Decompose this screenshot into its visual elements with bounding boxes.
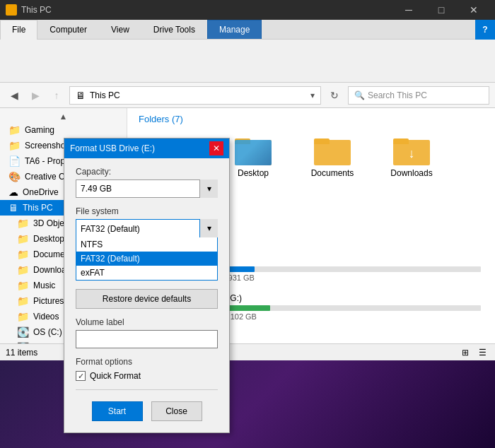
documents-icon: 📁: [17, 249, 29, 260]
ribbon-content: [0, 40, 495, 82]
folder-label: Downloads: [390, 168, 432, 178]
videos-icon: 📁: [17, 311, 29, 322]
this-pc-icon: 🖥: [8, 202, 18, 213]
folder-desktop-icon: [235, 136, 272, 165]
close-dialog-button[interactable]: Close: [151, 401, 202, 421]
folder-icon: [6, 4, 17, 16]
downloads-icon: 📁: [17, 264, 29, 276]
up-button[interactable]: ↑: [48, 87, 65, 104]
onedrive-icon: ☁: [8, 187, 18, 198]
volume-label-input[interactable]: [76, 330, 218, 348]
view-buttons: ⊞ ☰: [458, 346, 489, 360]
tab-computer[interactable]: Computer: [37, 20, 99, 39]
music-icon: 📁: [17, 280, 29, 291]
address-bar: ◀ ▶ ↑ 🖥 This PC ▾ ↻ 🔍 Search This PC: [0, 83, 495, 108]
close-window-button[interactable]: ✕: [458, 0, 489, 20]
option-fat32[interactable]: FAT32 (Default): [76, 252, 217, 266]
refresh-button[interactable]: ↻: [325, 86, 344, 105]
sidebar-item-label: This PC: [23, 203, 53, 213]
item-count: 11 items: [6, 348, 37, 358]
sidebar-item-label: Gaming: [25, 125, 54, 135]
filesystem-value: FAT32 (Default): [81, 224, 140, 234]
format-options-section: Format options Quick Format: [76, 357, 218, 381]
pictures-icon: 📁: [17, 295, 29, 307]
dialog-close-button[interactable]: ✕: [209, 141, 223, 155]
gaming-icon: 📁: [8, 124, 21, 136]
dialog-body: Capacity: 7.49 GB ▾ File system FAT32 (D…: [64, 158, 229, 432]
dialog-divider: [76, 389, 218, 390]
3d-icon: 📁: [17, 218, 29, 229]
option-ntfs[interactable]: NTFS: [76, 237, 217, 252]
forward-button[interactable]: ▶: [27, 87, 44, 104]
list-view-button[interactable]: ☰: [475, 346, 489, 360]
sidebar-item-gaming[interactable]: 📁 Gaming: [0, 122, 127, 138]
search-placeholder: Search This PC: [368, 90, 427, 100]
tab-drive-tools[interactable]: Drive Tools: [141, 20, 207, 39]
folder-documents[interactable]: Documents: [297, 133, 368, 181]
minimize-button[interactable]: ─: [393, 0, 424, 20]
dialog-title: Format USB Drive (E:): [70, 143, 155, 153]
address-path: This PC: [90, 90, 120, 100]
help-button[interactable]: ?: [475, 20, 495, 40]
quick-format-row: Quick Format: [76, 371, 218, 381]
filesystem-dropdown: NTFS FAT32 (Default) exFAT: [76, 237, 218, 281]
title-bar: This PC ─ □ ✕: [0, 0, 495, 20]
folder-label: Desktop: [238, 168, 269, 178]
title-bar-text: This PC: [21, 5, 52, 15]
sidebar-item-label: OneDrive: [23, 187, 59, 197]
filesystem-wrapper: FAT32 (Default) ▾: [76, 219, 218, 237]
search-icon: 🔍: [354, 90, 365, 100]
filesystem-display[interactable]: FAT32 (Default): [76, 219, 218, 237]
address-pc-icon: 🖥: [76, 90, 86, 101]
address-chevron: ▾: [310, 90, 315, 100]
back-button[interactable]: ◀: [6, 87, 23, 104]
creative-cloud-icon: 🎨: [8, 171, 21, 182]
capacity-wrapper: 7.49 GB ▾: [76, 179, 218, 198]
quick-format-label: Quick Format: [90, 371, 141, 381]
screenshots-icon: 📁: [8, 140, 21, 151]
restore-defaults-button[interactable]: Restore device defaults: [76, 289, 218, 309]
grid-view-button[interactable]: ⊞: [458, 346, 472, 360]
format-options-title: Format options: [76, 357, 218, 367]
maximize-button[interactable]: □: [426, 0, 457, 20]
folder-downloads-icon: ↓: [393, 136, 430, 165]
title-bar-buttons: ─ □ ✕: [393, 0, 489, 20]
format-dialog: Format USB Drive (E:) ✕ Capacity: 7.49 G…: [64, 138, 230, 433]
start-button[interactable]: Start: [92, 401, 143, 421]
folder-downloads[interactable]: ↓ Downloads: [376, 133, 447, 181]
tab-view[interactable]: View: [99, 20, 141, 39]
sidebar-item-label: Videos: [33, 312, 59, 322]
sidebar-scroll-up[interactable]: ▲: [0, 111, 127, 122]
dialog-title-bar: Format USB Drive (E:) ✕: [64, 138, 229, 158]
search-field[interactable]: 🔍 Search This PC: [348, 86, 489, 105]
os-c-icon: 💽: [17, 326, 29, 338]
capacity-label: Capacity:: [76, 167, 218, 177]
folders-header: Folders (7): [139, 114, 484, 124]
address-field[interactable]: 🖥 This PC ▾: [69, 86, 321, 105]
tab-manage[interactable]: Manage: [207, 20, 262, 39]
sidebar-item-label: OS (C:): [33, 327, 62, 337]
ta6-icon: 📄: [8, 155, 21, 167]
folder-label: Documents: [311, 168, 354, 178]
folder-documents-icon: [314, 136, 351, 165]
sidebar-item-label: Pictures: [33, 296, 64, 306]
ribbon-tabs: File Computer View Drive Tools Manage ?: [0, 20, 495, 40]
sidebar-item-label: Music: [33, 281, 55, 290]
quick-format-checkbox[interactable]: [76, 371, 86, 381]
desktop-icon: 📁: [17, 233, 29, 244]
option-exfat[interactable]: exFAT: [76, 266, 217, 280]
dialog-buttons: Start Close: [76, 396, 218, 424]
ribbon: File Computer View Drive Tools Manage ?: [0, 20, 495, 83]
sidebar-item-label: Desktop: [33, 234, 64, 244]
capacity-select[interactable]: 7.49 GB: [76, 179, 218, 198]
filesystem-label: File system: [76, 206, 218, 216]
tab-file[interactable]: File: [0, 20, 37, 40]
volume-label-title: Volume label: [76, 317, 218, 327]
title-bar-left: This PC: [6, 4, 52, 16]
